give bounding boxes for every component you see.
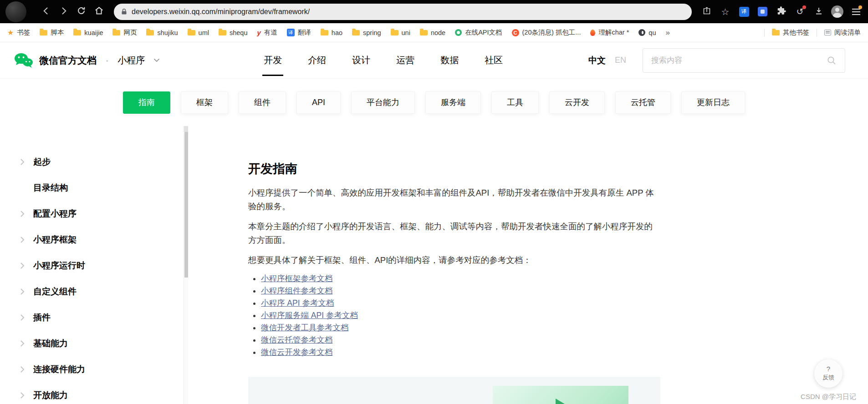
play-icon[interactable]	[556, 399, 569, 404]
bookmark-item[interactable]: kuaijie	[73, 29, 103, 36]
sidebar-item-hardware[interactable]: 连接硬件能力	[0, 356, 188, 382]
share-button[interactable]	[698, 4, 715, 20]
link-framework-reference[interactable]: 小程序框架参考文档	[261, 274, 333, 283]
refresh-button[interactable]	[73, 3, 90, 20]
nav-item-community[interactable]: 社区	[485, 54, 503, 66]
sidebar-item-framework[interactable]: 小程序框架	[0, 227, 188, 252]
tab-changelog[interactable]: 更新日志	[681, 91, 745, 114]
tab-component[interactable]: 组件	[239, 91, 286, 114]
search-box[interactable]	[643, 48, 845, 73]
forward-button[interactable]	[55, 3, 72, 20]
tab-api[interactable]: API	[296, 91, 341, 114]
browser-menu-button[interactable]	[848, 4, 864, 20]
chevron-down-icon[interactable]	[153, 58, 160, 62]
folder-icon	[146, 30, 154, 35]
divider	[817, 29, 817, 37]
tab-platform[interactable]: 平台能力	[351, 91, 415, 114]
bookmark-item[interactable]: y有道	[257, 28, 277, 37]
bookmark-item[interactable]: node	[420, 29, 445, 36]
video-thumbnail[interactable]	[493, 386, 628, 404]
link-component-reference[interactable]: 小程序组件参考文档	[261, 286, 333, 295]
sidebar-item-getting-started[interactable]: 起步	[0, 149, 188, 175]
sidebar-item-open-ability[interactable]: 开放能力	[0, 382, 188, 404]
home-button[interactable]	[91, 3, 107, 20]
bookmark-item[interactable]: 网页	[112, 28, 137, 37]
link-api-reference[interactable]: 小程序 API 参考文档	[261, 298, 334, 308]
bookmark-item[interactable]: ★书签	[7, 28, 30, 37]
list-item: 微信云托管参考文档	[261, 334, 689, 346]
history-sync-button[interactable]: ↺	[791, 4, 808, 20]
search-input[interactable]	[651, 56, 827, 65]
bookmark-item[interactable]: 在线API文档	[455, 28, 502, 37]
browser-profile-picture[interactable]	[5, 1, 26, 22]
sidebar-item-plugin[interactable]: 插件	[0, 304, 188, 330]
link-cloud-dev-reference[interactable]: 微信云开发参考文档	[261, 348, 333, 357]
link-cloud-host-reference[interactable]: 微信云托管参考文档	[261, 335, 333, 344]
favorite-button[interactable]: ☆	[717, 4, 734, 20]
bookmark-item[interactable]: 理解char *	[590, 28, 629, 37]
nav-item-design[interactable]: 设计	[352, 54, 370, 66]
youdao-icon: y	[257, 29, 260, 36]
bookmark-item[interactable]: hao	[321, 29, 342, 36]
bookmark-item[interactable]: uni	[391, 29, 410, 36]
sidebar-item-runtime[interactable]: 小程序运行时	[0, 252, 188, 278]
doc-tabs: 指南 框架 组件 API 平台能力 服务端 工具 云开发 云托管 更新日志	[0, 79, 868, 126]
lang-zh-button[interactable]: 中文	[588, 55, 606, 66]
tab-cloud-host[interactable]: 云托管	[615, 91, 671, 114]
link-devtools-reference[interactable]: 微信开发者工具参考文档	[261, 323, 349, 332]
menu-notification-dot	[858, 5, 862, 9]
chevron-right-icon	[20, 314, 26, 321]
scrollbar-thumb[interactable]	[184, 132, 188, 278]
site-logo[interactable]: 微信官方文档 · 小程序	[14, 52, 160, 69]
bookmark-label: spring	[363, 29, 381, 36]
bookmark-label: (20条消息) 抓包工...	[522, 28, 581, 37]
bookmark-label: 理解char *	[598, 28, 629, 37]
bookmark-item[interactable]: uml	[188, 29, 209, 36]
nav-item-operation[interactable]: 运营	[396, 54, 414, 66]
link-server-api-reference[interactable]: 小程序服务端 API 参考文档	[261, 311, 358, 320]
sidebar-item-basic-ability[interactable]: 基础能力	[0, 330, 188, 356]
reading-list-button[interactable]: 阅读清单	[824, 28, 861, 37]
feedback-button[interactable]: ? 反馈	[814, 359, 842, 388]
other-bookmarks-button[interactable]: 其他书签	[772, 28, 809, 37]
url-text[interactable]: developers.weixin.qq.com/miniprogram/dev…	[132, 8, 310, 16]
bookmark-item[interactable]: shequ	[219, 29, 248, 36]
back-button[interactable]	[37, 3, 54, 20]
browser-avatar-button[interactable]	[829, 4, 846, 20]
password-extension-button[interactable]	[754, 4, 771, 20]
sidebar-item-configuration[interactable]: 配置小程序	[0, 201, 188, 227]
bookmark-item[interactable]: qu	[638, 29, 656, 36]
nav-item-intro[interactable]: 介绍	[308, 54, 326, 66]
sidebar-item-custom-component[interactable]: 自定义组件	[0, 278, 188, 304]
translate-extension-button[interactable]: 译	[735, 4, 752, 20]
bookmark-item[interactable]: shujiku	[146, 29, 178, 36]
tab-server[interactable]: 服务端	[425, 91, 481, 114]
downloads-button[interactable]	[810, 4, 827, 20]
blue-extension-icon	[758, 7, 767, 16]
search-icon[interactable]	[827, 56, 837, 66]
bookmark-item[interactable]: 译翻译	[287, 28, 311, 37]
sidebar-item-directory-structure[interactable]: 目录结构	[0, 175, 188, 201]
chevron-right-icon	[20, 262, 26, 269]
bookmark-item[interactable]: 脚本	[40, 28, 64, 37]
bookmark-label: qu	[648, 29, 656, 36]
tab-cloud-dev[interactable]: 云开发	[549, 91, 605, 114]
product-name[interactable]: 小程序	[117, 54, 145, 66]
chevron-right-icon	[20, 210, 26, 217]
sidebar-item-label: 配置小程序	[33, 208, 77, 220]
tab-guide[interactable]: 指南	[123, 91, 170, 114]
scroll-up-button[interactable]	[184, 126, 188, 132]
bookmarks-overflow-button[interactable]: »	[665, 28, 669, 37]
nav-item-develop[interactable]: 开发	[264, 54, 282, 66]
hamburger-menu-icon	[852, 11, 860, 12]
lang-en-button[interactable]: EN	[615, 56, 626, 65]
tab-tools[interactable]: 工具	[491, 91, 539, 114]
bookmark-item[interactable]: C(20条消息) 抓包工...	[512, 28, 581, 37]
list-item: 小程序服务端 API 参考文档	[261, 309, 689, 322]
extensions-button[interactable]	[773, 4, 790, 20]
tab-framework[interactable]: 框架	[181, 91, 228, 114]
address-bar[interactable]: developers.weixin.qq.com/miniprogram/dev…	[114, 4, 692, 20]
sidebar-scrollbar[interactable]	[184, 126, 188, 404]
nav-item-data[interactable]: 数据	[440, 54, 459, 66]
bookmark-item[interactable]: spring	[352, 29, 381, 36]
